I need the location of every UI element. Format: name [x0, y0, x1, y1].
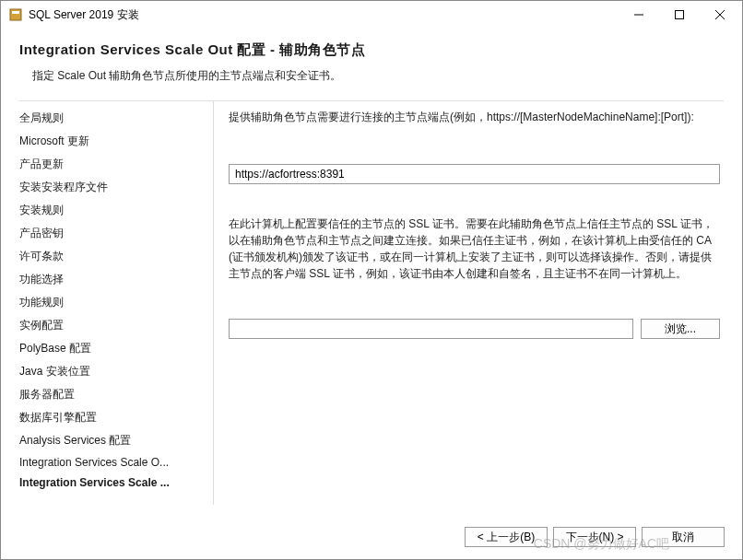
sidebar-item[interactable]: Integration Services Scale ...	[19, 472, 213, 493]
sidebar-item[interactable]: Analysis Services 配置	[19, 429, 213, 452]
sidebar-item[interactable]: Java 安装位置	[19, 360, 213, 383]
page-subtitle: 指定 Scale Out 辅助角色节点所使用的主节点端点和安全证书。	[32, 68, 724, 84]
sidebar-item[interactable]: Microsoft 更新	[19, 130, 213, 153]
sidebar-item[interactable]: 数据库引擎配置	[19, 406, 213, 429]
browse-button[interactable]: 浏览...	[641, 319, 720, 339]
endpoint-input[interactable]	[229, 164, 720, 184]
maximize-button[interactable]	[659, 1, 700, 29]
ssl-description: 在此计算机上配置要信任的主节点的 SSL 证书。需要在此辅助角色节点上信任主节点…	[229, 216, 720, 282]
next-button[interactable]: 下一步(N) >	[553, 527, 636, 547]
titlebar: SQL Server 2019 安装	[1, 1, 742, 29]
sidebar-item[interactable]: 安装规则	[19, 199, 213, 222]
sidebar: 全局规则Microsoft 更新产品更新安装安装程序文件安装规则产品密钥许可条款…	[19, 101, 213, 505]
svg-rect-0	[10, 9, 21, 20]
header: Integration Services Scale Out 配置 - 辅助角色…	[1, 29, 742, 91]
minimize-button[interactable]	[619, 1, 659, 29]
sidebar-item[interactable]: 产品密钥	[19, 222, 213, 245]
app-icon	[8, 7, 23, 22]
window-title: SQL Server 2019 安装	[29, 7, 619, 23]
svg-rect-1	[12, 11, 19, 14]
sidebar-item[interactable]: 功能规则	[19, 291, 213, 314]
sidebar-item[interactable]: 产品更新	[19, 153, 213, 176]
cancel-button[interactable]: 取消	[642, 527, 725, 547]
sidebar-item[interactable]: 许可条款	[19, 245, 213, 268]
back-button[interactable]: < 上一步(B)	[465, 527, 548, 547]
endpoint-label: 提供辅助角色节点需要进行连接的主节点端点(例如，https://[MasterN…	[229, 109, 720, 125]
sidebar-item[interactable]: 安装安装程序文件	[19, 176, 213, 199]
cert-row: 浏览...	[229, 319, 720, 339]
svg-rect-3	[676, 11, 684, 19]
sidebar-item[interactable]: Integration Services Scale O...	[19, 452, 213, 472]
close-button[interactable]	[700, 1, 740, 29]
sidebar-item[interactable]: 服务器配置	[19, 383, 213, 406]
window-controls	[619, 1, 740, 29]
sidebar-item[interactable]: 功能选择	[19, 268, 213, 291]
page-title: Integration Services Scale Out 配置 - 辅助角色…	[19, 41, 724, 59]
content: 全局规则Microsoft 更新产品更新安装安装程序文件安装规则产品密钥许可条款…	[1, 101, 742, 505]
sidebar-item[interactable]: 全局规则	[19, 107, 213, 130]
main-panel: 提供辅助角色节点需要进行连接的主节点端点(例如，https://[MasterN…	[213, 101, 724, 505]
sidebar-item[interactable]: 实例配置	[19, 314, 213, 337]
cert-input[interactable]	[229, 319, 633, 339]
footer: < 上一步(B) 下一步(N) > 取消	[465, 527, 725, 547]
sidebar-item[interactable]: PolyBase 配置	[19, 337, 213, 360]
